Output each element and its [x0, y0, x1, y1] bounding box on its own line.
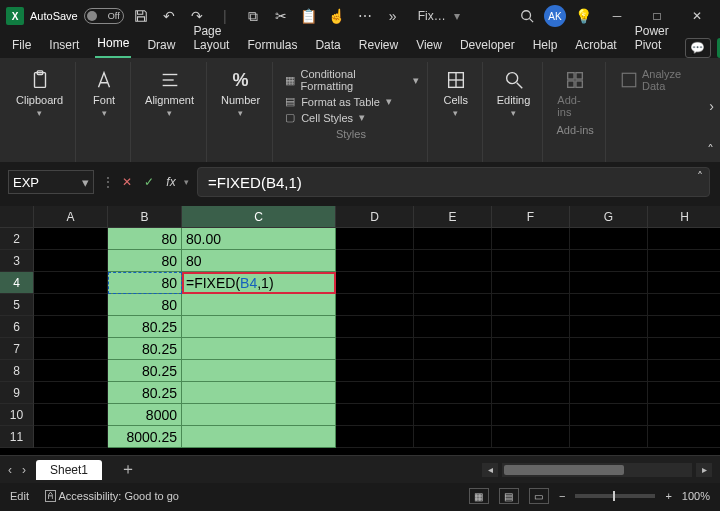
cell-D5[interactable]: [336, 294, 414, 316]
cell-B11[interactable]: 8000.25: [108, 426, 182, 448]
cell-F8[interactable]: [492, 360, 570, 382]
tab-developer[interactable]: Developer: [458, 34, 517, 58]
column-header-C[interactable]: C: [182, 206, 336, 228]
clipboard-button[interactable]: Clipboard ▾: [12, 66, 67, 120]
cell-H3[interactable]: [648, 250, 720, 272]
ribbon-overflow-icon[interactable]: ›: [709, 98, 714, 114]
cell-B6[interactable]: 80.25: [108, 316, 182, 338]
status-accessibility[interactable]: 🄰 Accessibility: Good to go: [45, 490, 179, 502]
formula-bar-expand-icon[interactable]: ˄: [697, 170, 703, 184]
cell-H5[interactable]: [648, 294, 720, 316]
cell-A11[interactable]: [34, 426, 108, 448]
cell-E7[interactable]: [414, 338, 492, 360]
document-name[interactable]: Fix…: [418, 9, 446, 23]
column-header-H[interactable]: H: [648, 206, 720, 228]
view-page-break-button[interactable]: ▭: [529, 488, 549, 504]
number-button[interactable]: % Number ▾: [217, 66, 264, 120]
column-header-D[interactable]: D: [336, 206, 414, 228]
tab-review[interactable]: Review: [357, 34, 400, 58]
cell-G5[interactable]: [570, 294, 648, 316]
row-header-11[interactable]: 11: [0, 426, 34, 448]
cells-button[interactable]: Cells ▾: [438, 66, 474, 120]
cell-B5[interactable]: 80: [108, 294, 182, 316]
qat-more-icon[interactable]: ⋯: [354, 5, 376, 27]
minimize-button[interactable]: ─: [600, 2, 634, 30]
zoom-slider[interactable]: [575, 494, 655, 498]
cell-G4[interactable]: [570, 272, 648, 294]
tab-page-layout[interactable]: Page Layout: [191, 20, 231, 58]
cell-D7[interactable]: [336, 338, 414, 360]
undo-icon[interactable]: ↶: [158, 5, 180, 27]
row-header-5[interactable]: 5: [0, 294, 34, 316]
tips-icon[interactable]: 💡: [572, 5, 594, 27]
column-header-A[interactable]: A: [34, 206, 108, 228]
format-as-table-button[interactable]: ▤Format as Table▾: [283, 95, 419, 108]
cell-B9[interactable]: 80.25: [108, 382, 182, 404]
zoom-out-button[interactable]: −: [559, 490, 565, 502]
tab-file[interactable]: File: [10, 34, 33, 58]
view-page-layout-button[interactable]: ▤: [499, 488, 519, 504]
touch-icon[interactable]: ☝: [326, 5, 348, 27]
cut-icon[interactable]: ✂: [270, 5, 292, 27]
cell-F4[interactable]: [492, 272, 570, 294]
cell-B8[interactable]: 80.25: [108, 360, 182, 382]
cell-E9[interactable]: [414, 382, 492, 404]
cell-A7[interactable]: [34, 338, 108, 360]
cell-C10[interactable]: [182, 404, 336, 426]
cell-D10[interactable]: [336, 404, 414, 426]
new-sheet-button[interactable]: ＋: [120, 459, 136, 480]
cell-H4[interactable]: [648, 272, 720, 294]
search-icon[interactable]: [516, 5, 538, 27]
cell-H10[interactable]: [648, 404, 720, 426]
fx-dropdown-icon[interactable]: ▾: [184, 177, 189, 187]
cell-B7[interactable]: 80.25: [108, 338, 182, 360]
tab-formulas[interactable]: Formulas: [245, 34, 299, 58]
cell-C6[interactable]: [182, 316, 336, 338]
cell-H7[interactable]: [648, 338, 720, 360]
cell-D2[interactable]: [336, 228, 414, 250]
qat-overflow-icon[interactable]: »: [382, 5, 404, 27]
row-header-8[interactable]: 8: [0, 360, 34, 382]
spreadsheet-grid[interactable]: ABCDEFGH2345678910118080.00808080=FIXED(…: [0, 206, 720, 455]
sheet-tab[interactable]: Sheet1: [36, 460, 102, 480]
editing-button[interactable]: Editing ▾: [493, 66, 535, 120]
cell-E3[interactable]: [414, 250, 492, 272]
cell-H11[interactable]: [648, 426, 720, 448]
cell-F9[interactable]: [492, 382, 570, 404]
cell-F3[interactable]: [492, 250, 570, 272]
cell-C2[interactable]: 80.00: [182, 228, 336, 250]
cell-A9[interactable]: [34, 382, 108, 404]
row-header-9[interactable]: 9: [0, 382, 34, 404]
cell-F2[interactable]: [492, 228, 570, 250]
row-header-3[interactable]: 3: [0, 250, 34, 272]
user-avatar[interactable]: AK: [544, 5, 566, 27]
tab-home[interactable]: Home: [95, 32, 131, 58]
tab-view[interactable]: View: [414, 34, 444, 58]
cell-A3[interactable]: [34, 250, 108, 272]
cell-H2[interactable]: [648, 228, 720, 250]
analyze-data-button[interactable]: Analyze Data: [616, 66, 708, 94]
tab-help[interactable]: Help: [531, 34, 560, 58]
cell-A4[interactable]: [34, 272, 108, 294]
close-button[interactable]: ✕: [680, 2, 714, 30]
cell-C11[interactable]: [182, 426, 336, 448]
cell-G10[interactable]: [570, 404, 648, 426]
cell-F7[interactable]: [492, 338, 570, 360]
cell-E6[interactable]: [414, 316, 492, 338]
cell-E11[interactable]: [414, 426, 492, 448]
row-header-10[interactable]: 10: [0, 404, 34, 426]
save-icon[interactable]: [130, 5, 152, 27]
cell-F5[interactable]: [492, 294, 570, 316]
cell-F11[interactable]: [492, 426, 570, 448]
cell-D11[interactable]: [336, 426, 414, 448]
column-header-E[interactable]: E: [414, 206, 492, 228]
cell-H8[interactable]: [648, 360, 720, 382]
cell-C3[interactable]: 80: [182, 250, 336, 272]
cell-E2[interactable]: [414, 228, 492, 250]
cell-styles-button[interactable]: ▢Cell Styles▾: [283, 111, 419, 124]
zoom-in-button[interactable]: +: [665, 490, 671, 502]
cell-C4[interactable]: =FIXED(B4,1): [182, 272, 336, 294]
cell-A6[interactable]: [34, 316, 108, 338]
conditional-formatting-button[interactable]: ▦Conditional Formatting▾: [283, 68, 419, 92]
cell-A2[interactable]: [34, 228, 108, 250]
